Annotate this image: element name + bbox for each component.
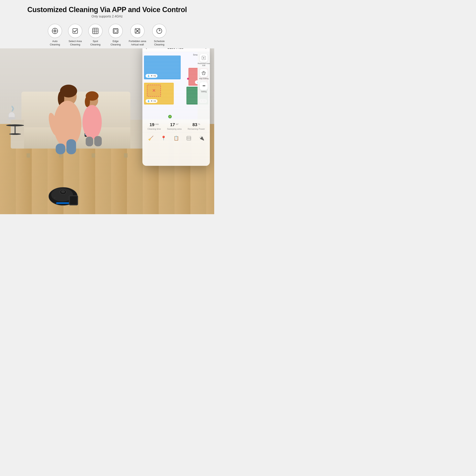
fan-icon: ✳ [151, 75, 153, 77]
settings[interactable]: ••• Setting [200, 82, 208, 93]
auto-cleaning-label: AutoCleaning [50, 40, 60, 46]
edge-cleaning-icon [108, 24, 123, 38]
nav-zones[interactable] [185, 135, 192, 142]
features-row: AutoCleaning Select AreaCleaning SpotCle… [0, 20, 214, 48]
main-title: Customized Cleaning Via APP and Voice Co… [4, 6, 210, 14]
cleaning-time-label: Cleaning time [148, 128, 161, 130]
cleaning-time-value: 19 [150, 122, 154, 127]
dots-icon: ••• [203, 84, 205, 88]
stat-number-area: 17 m² [167, 122, 182, 127]
charge-indicator: ⚡ [168, 115, 172, 119]
svg-rect-29 [56, 144, 66, 154]
nav-power[interactable]: 🔌 [198, 135, 205, 142]
auto-cleaning-icon [48, 24, 62, 38]
schedule-cleaning-label: ScheduleCleaning [154, 40, 165, 46]
page-header: Customized Cleaning Via APP and Voice Co… [0, 0, 214, 20]
app-bottom-nav: 🧹 📍 📋 🔌 [142, 132, 210, 144]
sofa-leg [124, 153, 128, 158]
fan-icon-yellow: ✳ [151, 100, 153, 102]
robot-vacuum [47, 185, 79, 207]
stat-cleaning-time: 19 min Cleaning time [148, 122, 161, 130]
settings-label: Setting [201, 91, 206, 93]
forbidden-x-icon: ✕ [152, 88, 156, 93]
svg-point-45 [54, 197, 55, 199]
phone-app: ‹ SL60 Plus ✎ Smart cleaning 💧 ✳ ×1 ⚡ [142, 43, 210, 166]
remaining-power-label: Remaining Power [188, 128, 205, 130]
svg-rect-44 [56, 202, 70, 204]
svg-rect-8 [93, 28, 98, 34]
map-editing[interactable]: Map Editing [199, 69, 209, 80]
svg-point-36 [85, 96, 90, 107]
badge-yellow-value: ×1 [153, 100, 156, 102]
svg-rect-38 [86, 137, 93, 146]
sweeping-area-label: Sweeping area [167, 128, 182, 130]
stat-remaining-power: 83 % Remaining Power [188, 122, 205, 130]
svg-rect-30 [67, 139, 76, 154]
nav-clean[interactable]: 🧹 [147, 135, 154, 142]
sweeping-area-unit: m² [176, 123, 178, 125]
sofa-arm-right [130, 120, 144, 149]
table-base [9, 133, 21, 135]
room-blue[interactable]: 💧 ✳ ×1 [144, 55, 181, 79]
map-editing-icon [200, 69, 208, 77]
feature-spot-cleaning[interactable]: SpotCleaning [88, 24, 102, 46]
water-icon-yellow: 💧 [147, 100, 150, 102]
select-area-icon [68, 24, 82, 38]
restricted-area-edit[interactable]: Restricted Area Edit [198, 54, 210, 67]
svg-point-24 [8, 117, 16, 119]
restricted-area-icon [200, 54, 208, 62]
svg-point-2 [54, 31, 55, 32]
nav-map[interactable]: 📋 [172, 135, 180, 142]
spot-cleaning-label: SpotCleaning [90, 40, 100, 46]
nav-location[interactable]: 📍 [160, 135, 167, 142]
svg-point-43 [61, 190, 65, 193]
svg-marker-52 [202, 71, 205, 75]
sweeping-area-value: 17 [170, 122, 175, 127]
schedule-cleaning-icon [152, 24, 166, 38]
badge-yellow: 💧 ✳ ×1 [146, 99, 157, 103]
feature-select-area[interactable]: Select AreaCleaning [68, 24, 82, 46]
room-yellow[interactable]: ✕ 💧 ✳ ×1 [144, 83, 174, 104]
settings-icon: ••• [200, 82, 208, 90]
right-panel: Restricted Area Edit Map Editing [198, 52, 210, 119]
feature-edge-cleaning[interactable]: EdgeCleaning [108, 24, 123, 46]
feature-forbidden-area[interactable]: Forbidden area/virtual wall [129, 24, 146, 46]
badge-blue: 💧 ✳ ×1 [146, 74, 157, 78]
forbidden-area-label: Forbidden area/virtual wall [129, 40, 146, 46]
remaining-power-value: 83 [192, 122, 197, 127]
feature-schedule-cleaning[interactable]: ScheduleCleaning [152, 24, 166, 46]
forbidden-zone[interactable]: ✕ [147, 85, 161, 97]
subtitle: Only supports 2.4GHz [4, 15, 210, 18]
stat-number-power: 83 % [188, 122, 205, 127]
remaining-power-unit: % [198, 123, 200, 125]
app-map: Smart cleaning 💧 ✳ ×1 ⚡ 💧 ✳ ×1 [142, 52, 210, 119]
people-group [21, 57, 124, 156]
smart-speaker [6, 106, 17, 120]
svg-rect-14 [114, 30, 117, 32]
cleaning-time-unit: min [155, 123, 159, 125]
edge-cleaning-label: EdgeCleaning [110, 40, 120, 46]
pink-dot [187, 78, 189, 80]
map-editing-label: Map Editing [199, 78, 209, 80]
stat-number-time: 19 min [148, 122, 161, 127]
svg-point-37 [83, 105, 102, 139]
badge-blue-value: ×1 [153, 75, 156, 77]
restricted-area-label: Restricted Area Edit [198, 63, 210, 67]
forbidden-area-icon [130, 24, 145, 38]
svg-rect-56 [187, 136, 191, 140]
app-stats: 19 min Cleaning time 17 m² Sweeping area… [142, 119, 210, 132]
spot-cleaning-icon [88, 24, 102, 38]
feature-auto-cleaning[interactable]: AutoCleaning [48, 24, 62, 46]
stat-sweeping-area: 17 m² Sweeping area [167, 122, 182, 130]
water-icon: 💧 [147, 75, 150, 77]
table-stem [15, 126, 16, 133]
svg-rect-39 [94, 136, 102, 146]
svg-rect-48 [70, 196, 77, 204]
main-scene: ‹ SL60 Plus ✎ Smart cleaning 💧 ✳ ×1 ⚡ [0, 34, 214, 214]
select-area-label: Select AreaCleaning [69, 40, 82, 46]
